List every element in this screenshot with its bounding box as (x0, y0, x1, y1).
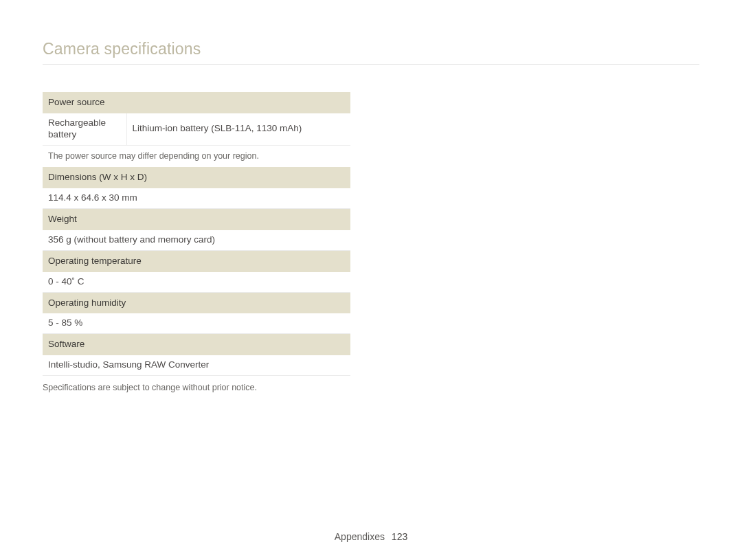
row-power-source: Rechargeable battery Lithium-ion battery… (43, 113, 350, 145)
row-software: Intelli-studio, Samsung RAW Converter (43, 355, 350, 375)
section-header-power-source: Power source (43, 92, 350, 113)
header-label: Software (43, 334, 350, 355)
header-label: Operating temperature (43, 250, 350, 271)
row-operating-temperature: 0 - 40˚ C (43, 272, 350, 292)
note-text: The power source may differ depending on… (43, 145, 350, 167)
row-operating-humidity: 5 - 85 % (43, 313, 350, 333)
header-label: Power source (43, 92, 350, 113)
header-label: Operating humidity (43, 292, 350, 313)
section-header-dimensions: Dimensions (W x H x D) (43, 167, 350, 188)
cell-value: Lithium-ion battery (SLB-11A, 1130 mAh) (126, 113, 350, 145)
page-title: Camera specifications (43, 40, 699, 64)
title-divider (43, 64, 699, 65)
footer-section-label: Appendixes (335, 531, 385, 542)
header-label: Weight (43, 209, 350, 230)
row-weight: 356 g (without battery and memory card) (43, 230, 350, 250)
cell-value: 114.4 x 64.6 x 30 mm (43, 188, 350, 208)
footer-page-number: 123 (392, 531, 407, 542)
row-power-source-note: The power source may differ depending on… (43, 145, 350, 167)
cell-value: 356 g (without battery and memory card) (43, 230, 350, 250)
page-footer: Appendixes 123 (0, 531, 742, 542)
cell-value: 0 - 40˚ C (43, 272, 350, 292)
section-header-weight: Weight (43, 209, 350, 230)
footnote: Specifications are subject to change wit… (43, 383, 699, 392)
cell-key: Rechargeable battery (43, 113, 126, 145)
cell-value: Intelli-studio, Samsung RAW Converter (43, 355, 350, 375)
section-header-software: Software (43, 334, 350, 355)
page: Camera specifications Power source Recha… (0, 0, 742, 560)
section-header-operating-temperature: Operating temperature (43, 250, 350, 271)
cell-value: 5 - 85 % (43, 313, 350, 333)
header-label: Dimensions (W x H x D) (43, 167, 350, 188)
section-header-operating-humidity: Operating humidity (43, 292, 350, 313)
specifications-table: Power source Rechargeable battery Lithiu… (43, 92, 350, 376)
row-dimensions: 114.4 x 64.6 x 30 mm (43, 188, 350, 208)
